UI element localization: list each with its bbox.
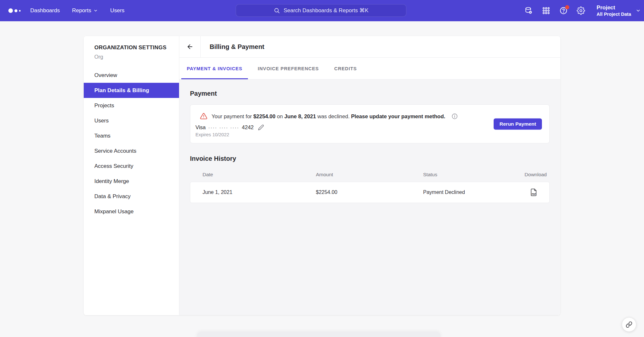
nav-item-label: Reports (72, 7, 91, 14)
sidebar-item-identity-merge[interactable]: Identity Merge (84, 174, 179, 189)
card-brand: Visa (195, 124, 206, 130)
top-navbar: Dashboards Reports Users Search Dashboar… (0, 0, 644, 21)
data-management-icon[interactable] (525, 6, 533, 15)
alert-amount: $2254.00 (253, 113, 276, 119)
chevron-down-icon (93, 8, 98, 13)
sidebar-item-access-security[interactable]: Access Security (84, 159, 179, 174)
help-notification-badge (565, 5, 569, 9)
apps-grid-icon[interactable] (542, 6, 550, 15)
billing-main: Billing & Payment PAYMENT & INVOICES INV… (179, 36, 560, 315)
settings-panel: ORGANIZATION SETTINGS Org Overview Plan … (84, 36, 560, 315)
alert-strong: Please update your payment method. (351, 113, 445, 119)
sidebar-item-mixpanel-usage[interactable]: Mixpanel Usage (84, 204, 179, 219)
svg-text:PDF: PDF (532, 193, 536, 195)
page-title: Billing & Payment (201, 43, 264, 51)
nav-item-dashboards[interactable]: Dashboards (30, 7, 60, 14)
card-expiry: Expires 10/2022 (195, 132, 495, 137)
sidebar-items: Overview Plan Details & Billing Projects… (84, 68, 179, 219)
org-name: Org (94, 54, 179, 60)
project-value: All Project Data (597, 11, 631, 17)
column-header-date: Date (203, 172, 316, 178)
search-placeholder: Search Dashboards & Reports ⌘K (284, 7, 369, 14)
tab-payment-invoices[interactable]: PAYMENT & INVOICES (181, 58, 248, 79)
sidebar-item-users[interactable]: Users (84, 113, 179, 128)
payment-card: Your payment for $2254.00 on June 8, 202… (190, 104, 550, 143)
logo-dot (8, 8, 13, 13)
payment-section-title: Payment (190, 90, 550, 97)
invoice-row: June 1, 2021 $2254.00 Payment Declined P… (190, 182, 550, 203)
project-label: Project (597, 4, 631, 11)
logo-dot (14, 9, 17, 12)
payment-declined-alert: Your payment for $2254.00 on June 8, 202… (195, 112, 495, 120)
info-icon[interactable] (451, 113, 458, 120)
link-icon (626, 321, 632, 328)
column-header-amount: Amount (316, 172, 423, 178)
arrow-left-icon (186, 43, 194, 50)
chevron-down-icon[interactable] (636, 8, 641, 13)
back-button[interactable] (179, 36, 201, 58)
nav-right-cluster: Project All Project Data (525, 0, 641, 21)
tab-credits[interactable]: CREDITS (329, 58, 362, 79)
gear-icon[interactable] (577, 6, 585, 15)
invoice-history-title: Invoice History (190, 155, 550, 162)
page-header: Billing & Payment (179, 36, 560, 58)
help-icon[interactable] (559, 6, 568, 15)
download-pdf-icon[interactable]: PDF (530, 188, 537, 196)
card-on-file: Visa ···· ···· ···· 4242 (195, 124, 495, 130)
column-header-download: Download (510, 172, 548, 178)
logo-dot (19, 10, 21, 12)
project-switcher[interactable]: Project All Project Data (597, 4, 631, 17)
invoice-table-header: Date Amount Status Download (190, 169, 550, 180)
sidebar-item-overview[interactable]: Overview (84, 68, 179, 83)
tab-invoice-preferences[interactable]: INVOICE PREFERENCES (252, 58, 325, 79)
alert-date: June 8, 2021 (284, 113, 316, 119)
sidebar-item-data-privacy[interactable]: Data & Privacy (84, 189, 179, 204)
nav-item-reports[interactable]: Reports (72, 7, 98, 14)
nav-item-users[interactable]: Users (110, 7, 124, 14)
mixpanel-logo[interactable] (8, 8, 21, 13)
invoice-status: Payment Declined (423, 189, 509, 195)
sidebar-item-service-accounts[interactable]: Service Accounts (84, 143, 179, 159)
tab-content: Payment Your payment for $2254.00 on Jun… (179, 80, 560, 315)
search-icon (274, 7, 280, 14)
sidebar-item-teams[interactable]: Teams (84, 128, 179, 143)
billing-tabs: PAYMENT & INVOICES INVOICE PREFERENCES C… (179, 58, 560, 80)
warning-triangle-icon (200, 112, 207, 120)
invoice-date: June 1, 2021 (203, 189, 316, 195)
bottom-sheet-shadow (197, 332, 440, 337)
card-masked-digits: ···· ···· ···· (208, 125, 239, 130)
search-input[interactable]: Search Dashboards & Reports ⌘K (236, 4, 406, 17)
primary-nav: Dashboards Reports Users (30, 7, 125, 14)
edit-pencil-icon[interactable] (258, 124, 264, 130)
column-header-status: Status (423, 172, 510, 178)
sidebar-item-projects[interactable]: Projects (84, 98, 179, 113)
alert-text: Your payment for $2254.00 on June 8, 202… (212, 113, 445, 120)
org-settings-sidebar: ORGANIZATION SETTINGS Org Overview Plan … (84, 36, 179, 315)
copy-link-button[interactable] (622, 318, 636, 332)
invoice-amount: $2254.00 (316, 189, 423, 195)
rerun-payment-button[interactable]: Rerun Payment (494, 118, 542, 130)
card-last4: 4242 (242, 124, 254, 130)
sidebar-item-plan-details-billing[interactable]: Plan Details & Billing (84, 83, 179, 98)
sidebar-heading: ORGANIZATION SETTINGS (94, 44, 179, 51)
